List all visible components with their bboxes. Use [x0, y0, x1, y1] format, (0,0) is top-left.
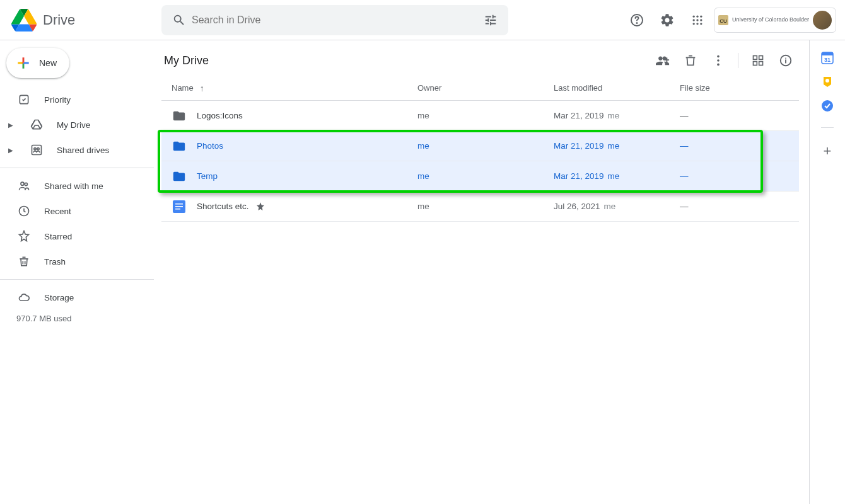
- file-owner: me: [417, 141, 554, 151]
- svg-point-18: [25, 183, 27, 185]
- column-name[interactable]: Name↑: [172, 83, 417, 93]
- starred-icon: [255, 202, 265, 212]
- table-row[interactable]: Photos me Mar 21, 2019me —: [161, 131, 799, 161]
- column-size[interactable]: File size: [680, 83, 799, 93]
- file-size: —: [680, 171, 799, 181]
- avatar: [812, 9, 833, 31]
- sidebar-item-my-drive[interactable]: ▶ My Drive: [0, 112, 146, 137]
- search-options-icon[interactable]: [478, 8, 503, 33]
- svg-rect-23: [754, 56, 757, 60]
- page-title[interactable]: My Drive: [164, 54, 209, 67]
- svg-text:31: 31: [824, 57, 830, 63]
- content-header: My Drive: [161, 45, 799, 76]
- sidebar-item-priority[interactable]: Priority: [0, 87, 146, 112]
- chevron-right-icon[interactable]: ▶: [5, 147, 16, 154]
- sidebar: New Priority ▶ My Drive ▶ Shared drives: [0, 40, 154, 504]
- tasks-icon[interactable]: [821, 100, 834, 112]
- file-owner: me: [417, 202, 554, 211]
- header-icons: CU University of Colorado Boulder: [623, 6, 836, 34]
- sort-arrow-icon: ↑: [200, 83, 204, 93]
- svg-point-5: [692, 19, 694, 21]
- app-title: Drive: [43, 12, 75, 28]
- file-name: Photos: [197, 141, 417, 151]
- sidebar-item-storage[interactable]: Storage: [0, 285, 146, 310]
- drive-logo-icon: [11, 8, 37, 33]
- file-size: —: [680, 111, 799, 120]
- file-name: Logos:Icons: [197, 111, 417, 120]
- table-row[interactable]: Temp me Mar 21, 2019me —: [161, 161, 799, 192]
- sidebar-item-shared-drives[interactable]: ▶ Shared drives: [0, 137, 146, 163]
- svg-point-4: [700, 15, 702, 17]
- svg-text:CU: CU: [720, 18, 727, 24]
- info-icon[interactable]: [772, 47, 799, 74]
- column-modified[interactable]: Last modified: [554, 83, 680, 93]
- svg-point-2: [692, 15, 694, 17]
- search-input[interactable]: [192, 14, 478, 26]
- svg-point-7: [700, 19, 702, 21]
- file-size: —: [680, 141, 799, 151]
- account-switcher[interactable]: CU University of Colorado Boulder: [714, 8, 836, 33]
- grid-view-icon[interactable]: [745, 47, 771, 74]
- svg-point-6: [696, 19, 698, 21]
- delete-icon[interactable]: [677, 47, 704, 74]
- svg-rect-24: [759, 56, 763, 60]
- settings-icon[interactable]: [653, 6, 681, 34]
- svg-rect-30: [175, 206, 183, 207]
- apps-icon[interactable]: [684, 6, 711, 34]
- clock-icon: [16, 203, 32, 219]
- plus-icon: [15, 55, 32, 71]
- svg-point-21: [717, 59, 720, 62]
- file-modified: Mar 21, 2019me: [554, 141, 680, 151]
- file-area: My Drive Name↑ Owner Last modified File …: [154, 40, 809, 504]
- keep-icon[interactable]: [821, 76, 834, 88]
- share-icon[interactable]: [650, 47, 676, 74]
- svg-rect-25: [754, 62, 757, 66]
- add-addon-icon[interactable]: +: [824, 143, 832, 159]
- svg-point-1: [636, 23, 637, 23]
- folder-icon: [172, 108, 187, 123]
- file-name: Temp: [197, 171, 417, 181]
- divider: [0, 168, 154, 168]
- svg-point-3: [696, 15, 698, 17]
- file-name: Shortcuts etc.: [197, 202, 417, 212]
- doc-icon: [172, 199, 187, 214]
- org-logo-icon: CU: [717, 14, 730, 26]
- people-icon: [16, 178, 32, 193]
- column-owner[interactable]: Owner: [417, 83, 554, 93]
- svg-point-22: [717, 64, 720, 66]
- file-modified: Mar 21, 2019me: [554, 111, 680, 120]
- sidebar-item-starred[interactable]: Starred: [0, 224, 146, 249]
- new-button-label: New: [39, 58, 57, 68]
- svg-rect-33: [822, 52, 833, 55]
- help-icon[interactable]: [623, 6, 651, 34]
- search-bar: [161, 5, 508, 35]
- cloud-icon: [16, 290, 32, 305]
- new-button[interactable]: New: [6, 48, 69, 78]
- side-rail: 31 +: [810, 40, 845, 504]
- chevron-right-icon[interactable]: ▶: [5, 122, 16, 129]
- table-header: Name↑ Owner Last modified File size: [161, 76, 799, 101]
- file-modified: Mar 21, 2019me: [554, 171, 680, 181]
- table-row[interactable]: Logos:Icons me Mar 21, 2019me —: [161, 101, 799, 131]
- sidebar-item-shared-with-me[interactable]: Shared with me: [0, 173, 146, 198]
- shared-drives-icon: [29, 142, 44, 158]
- svg-point-36: [822, 100, 833, 112]
- svg-point-8: [692, 23, 694, 25]
- svg-point-16: [37, 148, 39, 150]
- svg-point-15: [34, 148, 36, 150]
- sidebar-item-trash[interactable]: Trash: [0, 249, 146, 274]
- svg-rect-26: [759, 62, 763, 66]
- divider: [738, 53, 738, 68]
- table-row[interactable]: Shortcuts etc. me Jul 26, 2021me —: [161, 192, 799, 222]
- sidebar-item-recent[interactable]: Recent: [0, 198, 146, 224]
- search-icon[interactable]: [166, 8, 192, 33]
- file-owner: me: [417, 171, 554, 181]
- more-icon[interactable]: [705, 47, 731, 74]
- divider: [821, 127, 834, 128]
- logo-area[interactable]: Drive: [8, 8, 159, 33]
- svg-rect-14: [32, 146, 42, 155]
- calendar-icon[interactable]: 31: [821, 52, 834, 64]
- file-size: —: [680, 202, 799, 211]
- svg-rect-29: [175, 203, 183, 205]
- priority-icon: [16, 92, 32, 107]
